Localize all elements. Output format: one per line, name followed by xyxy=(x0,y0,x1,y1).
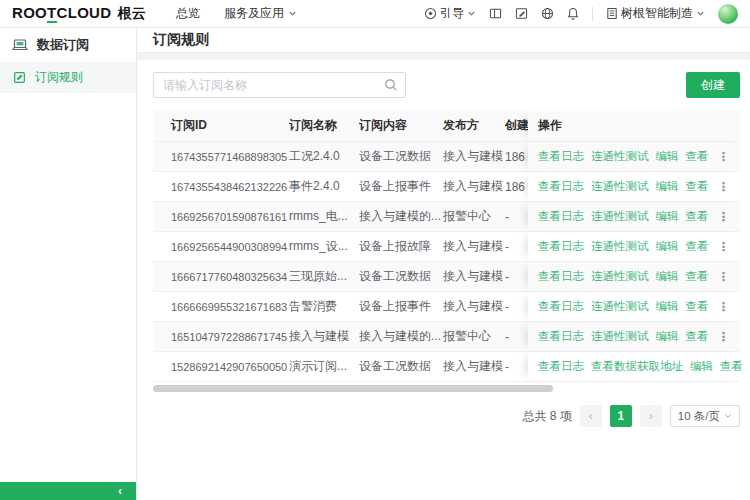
page-number-button[interactable]: 1 xyxy=(610,405,632,427)
user-avatar[interactable] xyxy=(718,4,738,24)
guide-button[interactable]: 引导 xyxy=(424,5,476,22)
sidebar: 数据订阅 订阅规则 ‹ xyxy=(0,28,137,500)
cell-actions: 查看日志连通性测试编辑查看⋮ xyxy=(528,262,740,291)
more-actions-icon[interactable]: ⋮ xyxy=(718,270,730,284)
table-header-row: 订阅ID 订阅名称 订阅内容 发布方 创建 操作 xyxy=(153,110,740,142)
edit-link[interactable]: 编辑 xyxy=(656,149,679,164)
cell-created: - xyxy=(505,300,528,314)
column-header-publisher: 发布方 xyxy=(443,117,505,134)
nav-overview-label: 总览 xyxy=(176,5,200,22)
cell-subscription-id: 1674355438462132226 xyxy=(153,181,289,193)
cell-created: - xyxy=(505,330,528,344)
split-panel-button[interactable] xyxy=(489,7,502,20)
table-row: 1674355771468898305工况2.4.0设备工况数据接入与建模186… xyxy=(153,142,740,172)
logo-cn-text: 根云 xyxy=(117,5,146,23)
view-log-link[interactable]: 查看日志 xyxy=(538,209,584,224)
table-row: 1669256701590876161rmms_电...接入与建模的...报警中… xyxy=(153,202,740,232)
view-log-link[interactable]: 查看日志 xyxy=(538,239,584,254)
notification-button[interactable] xyxy=(567,7,579,20)
table-row: 1669256544900308994rmms_设...设备上报故障接入与建模-… xyxy=(153,232,740,262)
more-actions-icon[interactable]: ⋮ xyxy=(718,240,730,254)
view-link[interactable]: 查看 xyxy=(686,299,709,314)
view-log-link[interactable]: 查看日志 xyxy=(538,269,584,284)
connectivity-test-link[interactable]: 连通性测试 xyxy=(591,299,649,314)
toolbar: 创建 xyxy=(153,72,740,98)
sidebar-product-label: 数据订阅 xyxy=(37,36,89,54)
view-log-link[interactable]: 查看日志 xyxy=(538,299,584,314)
view-log-link[interactable]: 查看日志 xyxy=(538,149,584,164)
organization-icon xyxy=(606,7,618,20)
connectivity-test-link[interactable]: 连通性测试 xyxy=(591,239,649,254)
more-actions-icon[interactable]: ⋮ xyxy=(718,180,730,194)
horizontal-scrollbar xyxy=(153,385,740,392)
next-page-button[interactable]: › xyxy=(640,405,662,427)
cell-content: 接入与建模的... xyxy=(359,328,443,345)
sidebar-product-data-subscription[interactable]: 数据订阅 xyxy=(0,28,136,62)
prev-page-button[interactable]: ‹ xyxy=(580,405,602,427)
cell-publisher: 接入与建模 xyxy=(443,298,505,315)
sidebar-item-subscription-rules[interactable]: 订阅规则 xyxy=(0,62,136,93)
nav-services-label: 服务及应用 xyxy=(224,5,284,22)
view-log-link[interactable]: 查看日志 xyxy=(538,179,584,194)
chevron-down-icon xyxy=(288,9,297,18)
edit-link[interactable]: 编辑 xyxy=(656,239,679,254)
cell-actions: 查看日志连通性测试编辑查看⋮ xyxy=(528,172,740,201)
view-link[interactable]: 查看 xyxy=(686,269,709,284)
view-link[interactable]: 查看 xyxy=(686,179,709,194)
more-actions-icon[interactable]: ⋮ xyxy=(718,210,730,224)
nav-item-overview[interactable]: 总览 xyxy=(176,5,200,22)
connectivity-test-link[interactable]: 连通性测试 xyxy=(591,329,649,344)
pagination-total: 总共 8 项 xyxy=(522,408,571,425)
edit-link[interactable]: 编辑 xyxy=(656,299,679,314)
connectivity-test-link[interactable]: 连通性测试 xyxy=(591,209,649,224)
globe-button[interactable] xyxy=(541,7,554,20)
page-titlebar: 订阅规则 xyxy=(137,28,750,53)
cell-subscription-name: 演示订阅... xyxy=(289,358,359,375)
collapse-chevron-icon: ‹ xyxy=(118,485,122,497)
table-row: 1666717760480325634三现原始...设备工况数据接入与建模-查看… xyxy=(153,262,740,292)
edit-link[interactable]: 编辑 xyxy=(656,179,679,194)
column-header-actions: 操作 xyxy=(528,110,740,141)
connectivity-test-link[interactable]: 连通性测试 xyxy=(591,269,649,284)
create-button[interactable]: 创建 xyxy=(686,72,740,98)
connectivity-test-link[interactable]: 连通性测试 xyxy=(591,179,649,194)
nav-item-services[interactable]: 服务及应用 xyxy=(224,5,297,22)
view-data-url-link[interactable]: 查看数据获取地址 xyxy=(591,359,683,374)
search-input[interactable] xyxy=(153,72,406,98)
cell-subscription-name: rmms_设... xyxy=(289,238,359,255)
more-actions-icon[interactable]: ⋮ xyxy=(718,330,730,344)
navbar-divider xyxy=(592,7,593,21)
table-row: 1528692142907650050演示订阅...设备工况数据接入与建模-查看… xyxy=(153,352,740,382)
cell-created: - xyxy=(505,360,528,374)
edit-link[interactable]: 编辑 xyxy=(690,359,713,374)
cell-actions: 查看日志连通性测试编辑查看⋮ xyxy=(528,322,740,351)
edit-link[interactable]: 编辑 xyxy=(656,209,679,224)
cell-subscription-id: 1651047972288671745 xyxy=(153,331,289,343)
more-actions-icon[interactable]: ⋮ xyxy=(718,300,730,314)
horizontal-scrollbar-thumb[interactable] xyxy=(153,385,553,392)
cell-content: 设备上报故障 xyxy=(359,238,443,255)
sidebar-collapse-bar[interactable]: ‹ xyxy=(0,482,136,500)
view-link[interactable]: 查看 xyxy=(686,209,709,224)
edit-link[interactable]: 编辑 xyxy=(656,329,679,344)
view-link[interactable]: 查看 xyxy=(686,239,709,254)
view-log-link[interactable]: 查看日志 xyxy=(538,329,584,344)
view-log-link[interactable]: 查看日志 xyxy=(538,359,584,374)
more-actions-icon[interactable]: ⋮ xyxy=(718,150,730,164)
cell-subscription-id: 1669256701590876161 xyxy=(153,211,289,223)
view-link[interactable]: 查看 xyxy=(720,359,743,374)
edit-link[interactable]: 编辑 xyxy=(656,269,679,284)
top-navbar: ROOTCLOUD 根云 总览 服务及应用 引导 xyxy=(0,0,750,28)
view-link[interactable]: 查看 xyxy=(686,329,709,344)
page-size-value: 10 条/页 xyxy=(678,409,720,424)
connectivity-test-link[interactable]: 连通性测试 xyxy=(591,149,649,164)
page-size-select[interactable]: 10 条/页 xyxy=(670,405,740,427)
rootcloud-logo[interactable]: ROOTCLOUD 根云 xyxy=(12,4,146,23)
org-selector[interactable]: 树根智能制造 xyxy=(606,5,705,22)
main-content: 订阅规则 创建 订阅ID 订阅名称 订阅内容 发布方 创建 操作 1674355… xyxy=(137,28,750,500)
table-row: 1651047972288671745接入与建模接入与建模的...报警中心-查看… xyxy=(153,322,740,352)
view-link[interactable]: 查看 xyxy=(686,149,709,164)
navbar-right: 引导 树根智能制造 xyxy=(424,4,738,24)
search-icon[interactable] xyxy=(384,78,398,92)
workbench-button[interactable] xyxy=(515,7,528,20)
